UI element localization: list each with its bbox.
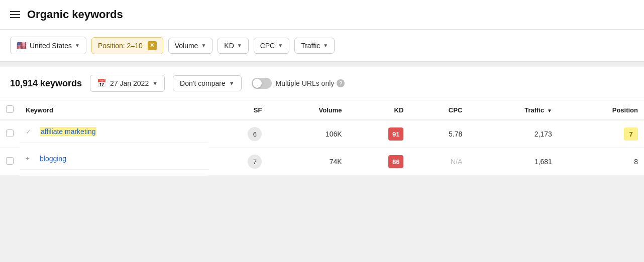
- row-checkbox-cell: [0, 148, 20, 176]
- keyword-cell: +blogging: [20, 148, 208, 170]
- country-chevron-icon: ▼: [75, 43, 80, 48]
- table-header-row: Keyword SF Volume KD CPC Traffic ▼ Posit…: [0, 100, 644, 120]
- traffic-sort-icon: ▼: [547, 108, 552, 113]
- cpc-chevron-icon: ▼: [278, 43, 283, 48]
- keyword-link[interactable]: affiliate marketing: [40, 127, 96, 136]
- volume-cell: 106K: [268, 120, 348, 148]
- keyword-link[interactable]: blogging: [40, 155, 66, 163]
- traffic-label: Traffic: [301, 42, 320, 50]
- table-row: ✓affiliate marketing6106K915.782,1737: [0, 120, 644, 148]
- sf-badge: 6: [248, 127, 262, 141]
- row-checkbox-cell: [0, 120, 20, 148]
- volume-cell: 74K: [268, 148, 348, 176]
- select-all-checkbox[interactable]: [6, 105, 14, 113]
- kd-chevron-icon: ▼: [237, 43, 242, 48]
- cpc-filter[interactable]: CPC ▼: [254, 38, 289, 54]
- page-title: Organic keywords: [27, 8, 123, 21]
- cpc-cell: 5.78: [409, 120, 468, 148]
- position-badge: 7: [624, 127, 638, 141]
- table-row: +blogging774K86N/A1,6818: [0, 148, 644, 176]
- position-filter[interactable]: Position: 2–10 ✕: [91, 37, 163, 54]
- row-checkbox[interactable]: [6, 129, 14, 137]
- column-traffic[interactable]: Traffic ▼: [468, 100, 558, 120]
- cpc-label: CPC: [260, 42, 275, 50]
- date-label: 27 Jan 2022: [110, 79, 149, 87]
- kd-badge: 91: [388, 127, 403, 141]
- row-checkbox[interactable]: [6, 157, 14, 165]
- column-kd: KD: [348, 100, 410, 120]
- position-filter-close[interactable]: ✕: [148, 41, 157, 50]
- keywords-table: Keyword SF Volume KD CPC Traffic ▼ Posit…: [0, 100, 644, 176]
- position-cell: 7: [558, 120, 644, 148]
- sf-cell: 7: [208, 148, 268, 176]
- position-filter-label: Position: 2–10: [98, 42, 143, 50]
- column-volume: Volume: [268, 100, 348, 120]
- sf-cell: 6: [208, 120, 268, 148]
- volume-label: Volume: [175, 42, 198, 50]
- cpc-na: N/A: [451, 158, 462, 166]
- kd-filter[interactable]: KD ▼: [218, 38, 248, 54]
- kd-cell: 86: [348, 148, 410, 176]
- column-sf: SF: [208, 100, 268, 120]
- top-bar: Organic keywords: [0, 0, 644, 30]
- position-cell: 8: [558, 148, 644, 176]
- traffic-cell: 1,681: [468, 148, 558, 176]
- date-chevron-icon: ▼: [152, 80, 158, 86]
- multiple-urls-toggle-wrap: Multiple URLs only ?: [252, 78, 345, 89]
- traffic-filter[interactable]: Traffic ▼: [294, 38, 335, 54]
- action-icon: +: [26, 155, 36, 162]
- keywords-count: 10,914 keywords: [10, 78, 82, 89]
- traffic-cell: 2,173: [468, 120, 558, 148]
- column-keyword: Keyword: [20, 100, 208, 120]
- multiple-urls-toggle[interactable]: [252, 78, 272, 89]
- compare-label: Don't compare: [180, 79, 226, 87]
- cpc-cell: N/A: [409, 148, 468, 176]
- content-section: 10,914 keywords 📅 27 Jan 2022 ▼ Don't co…: [0, 67, 644, 176]
- compare-dropdown[interactable]: Don't compare ▼: [173, 75, 242, 91]
- country-filter[interactable]: 🇺🇸 United States ▼: [10, 37, 86, 54]
- keyword-cell: ✓affiliate marketing: [20, 120, 208, 143]
- country-label: United States: [30, 42, 72, 50]
- kd-label: KD: [224, 42, 234, 50]
- kd-badge: 86: [388, 155, 403, 168]
- sf-badge: 7: [248, 155, 262, 169]
- volume-chevron-icon: ▼: [201, 43, 206, 48]
- multiple-urls-label: Multiple URLs only ?: [276, 79, 345, 87]
- help-icon[interactable]: ?: [337, 79, 345, 87]
- column-cpc: CPC: [409, 100, 468, 120]
- filters-bar: 🇺🇸 United States ▼ Position: 2–10 ✕ Volu…: [0, 30, 644, 62]
- column-position: Position: [558, 100, 644, 120]
- kd-cell: 91: [348, 120, 410, 148]
- traffic-chevron-icon: ▼: [323, 43, 328, 48]
- select-all-checkbox-cell[interactable]: [0, 100, 20, 120]
- date-picker[interactable]: 📅 27 Jan 2022 ▼: [90, 75, 165, 92]
- hamburger-menu[interactable]: [10, 11, 20, 18]
- us-flag-icon: 🇺🇸: [17, 41, 27, 50]
- compare-chevron-icon: ▼: [229, 80, 235, 86]
- action-icon: ✓: [26, 128, 36, 136]
- volume-filter[interactable]: Volume ▼: [168, 38, 213, 54]
- keywords-toolbar: 10,914 keywords 📅 27 Jan 2022 ▼ Don't co…: [0, 67, 644, 100]
- calendar-icon: 📅: [97, 79, 106, 88]
